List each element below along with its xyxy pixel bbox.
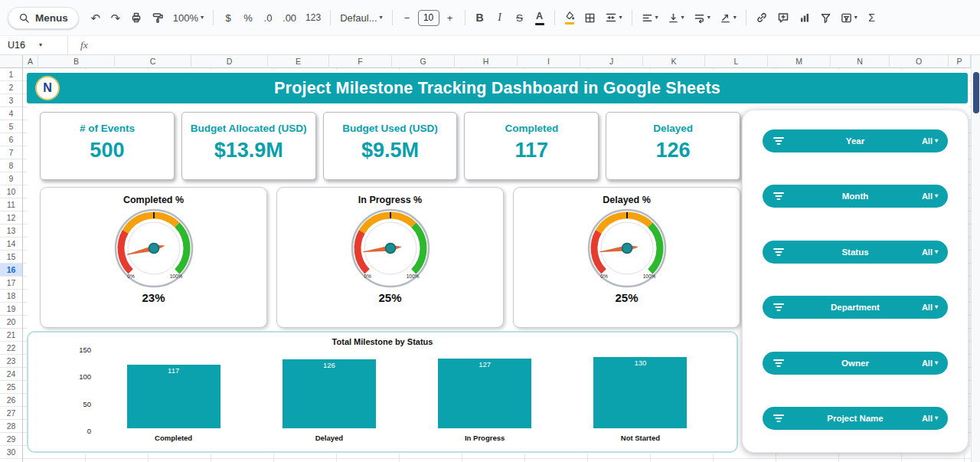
row-header-7[interactable]: 7 bbox=[0, 146, 22, 159]
text-color-button[interactable]: A bbox=[531, 8, 549, 28]
kpi-value: $9.5M bbox=[324, 139, 457, 162]
column-header-L[interactable]: L bbox=[705, 55, 768, 68]
column-header-F[interactable]: F bbox=[329, 55, 392, 68]
zoom-select[interactable]: 100% ▾ bbox=[169, 8, 207, 28]
filter-views-button[interactable]: ▾ bbox=[837, 8, 861, 28]
vertical-align-button[interactable]: ▾ bbox=[664, 8, 688, 28]
bar[interactable]: 127 bbox=[438, 359, 531, 428]
row-header-25[interactable]: 25 bbox=[0, 381, 22, 394]
row-header-26[interactable]: 26 bbox=[0, 394, 22, 407]
row-header-24[interactable]: 24 bbox=[0, 368, 22, 381]
column-header-B[interactable]: B bbox=[38, 55, 115, 68]
format-currency-button[interactable]: $ bbox=[219, 8, 237, 28]
redo-button[interactable]: ↷ bbox=[106, 8, 125, 28]
insert-comment-button[interactable] bbox=[773, 8, 793, 28]
column-header-P[interactable]: P bbox=[949, 55, 971, 68]
column-header-D[interactable]: D bbox=[191, 55, 268, 68]
text-wrap-button[interactable]: ▾ bbox=[690, 8, 714, 28]
increase-decimal-button[interactable]: .00 bbox=[279, 8, 300, 28]
bar[interactable]: 126 bbox=[283, 359, 376, 428]
paint-format-button[interactable] bbox=[148, 8, 168, 28]
text-rotation-button[interactable]: ▾ bbox=[716, 8, 740, 28]
row-header-4[interactable]: 4 bbox=[0, 107, 22, 120]
column-header-N[interactable]: N bbox=[831, 55, 890, 68]
print-button[interactable] bbox=[126, 8, 146, 28]
gauge-chart[interactable]: Delayed % 0% 100% 25% bbox=[513, 187, 740, 328]
row-header-30[interactable]: 30 bbox=[0, 446, 22, 459]
row-header-9[interactable]: 9 bbox=[0, 172, 22, 185]
row-header-29[interactable]: 29 bbox=[0, 433, 22, 446]
row-header-17[interactable]: 17 bbox=[0, 277, 22, 290]
decrease-font-size-button[interactable]: − bbox=[398, 8, 416, 28]
row-header-14[interactable]: 14 bbox=[0, 238, 22, 251]
row-header-3[interactable]: 3 bbox=[0, 94, 22, 107]
name-box[interactable]: U16 ▾ bbox=[0, 36, 67, 54]
filter-slicer[interactable]: Department All ▾ bbox=[763, 296, 948, 319]
bar[interactable]: 117 bbox=[127, 365, 220, 428]
font-size-input[interactable] bbox=[418, 10, 439, 26]
italic-button[interactable]: I bbox=[491, 8, 509, 28]
row-header-8[interactable]: 8 bbox=[0, 159, 22, 172]
row-header-18[interactable]: 18 bbox=[0, 290, 22, 303]
row-header-11[interactable]: 11 bbox=[0, 198, 22, 211]
column-header-K[interactable]: K bbox=[643, 55, 705, 68]
column-header-M[interactable]: M bbox=[768, 55, 831, 68]
row-header-19[interactable]: 19 bbox=[0, 303, 22, 316]
undo-button[interactable]: ↶ bbox=[87, 8, 105, 28]
select-all-corner[interactable] bbox=[0, 55, 23, 68]
column-header-J[interactable]: J bbox=[580, 55, 643, 68]
column-header-O[interactable]: O bbox=[890, 55, 949, 68]
row-header-12[interactable]: 12 bbox=[0, 211, 22, 224]
row-header-5[interactable]: 5 bbox=[0, 120, 22, 133]
insert-link-button[interactable] bbox=[752, 8, 772, 28]
column-header-H[interactable]: H bbox=[455, 55, 518, 68]
menus-button[interactable]: Menus bbox=[8, 7, 79, 29]
merge-cells-button[interactable]: ▾ bbox=[601, 8, 626, 28]
bold-button[interactable]: B bbox=[471, 8, 489, 28]
font-select[interactable]: Defaul... ▾ bbox=[336, 8, 386, 28]
bar[interactable]: 130 bbox=[593, 357, 687, 428]
column-header-I[interactable]: I bbox=[518, 55, 580, 68]
strikethrough-button[interactable]: S bbox=[511, 8, 529, 28]
filter-slicer[interactable]: Month All ▾ bbox=[763, 185, 948, 208]
scrollbar-thumb[interactable] bbox=[973, 72, 979, 113]
row-header-13[interactable]: 13 bbox=[0, 224, 22, 238]
column-header-E[interactable]: E bbox=[268, 55, 329, 68]
row-header-2[interactable]: 2 bbox=[0, 81, 22, 94]
column-header-G[interactable]: G bbox=[392, 55, 455, 68]
dollar-icon: $ bbox=[225, 12, 230, 24]
filter-slicer[interactable]: Year All ▾ bbox=[763, 129, 948, 152]
gauge-chart[interactable]: In Progress % 0% 100% 25% bbox=[276, 187, 504, 328]
functions-button[interactable]: Σ bbox=[863, 8, 881, 28]
row-header-16[interactable]: 16 bbox=[0, 264, 22, 277]
increase-font-size-button[interactable]: + bbox=[441, 8, 459, 28]
column-header-A[interactable]: A bbox=[23, 55, 38, 68]
row-header-22[interactable]: 22 bbox=[0, 342, 22, 355]
create-filter-button[interactable] bbox=[816, 8, 835, 28]
row-header-21[interactable]: 21 bbox=[0, 329, 22, 342]
filter-slicer[interactable]: Project Name All ▾ bbox=[763, 407, 948, 430]
filter-slicer[interactable]: Owner All ▾ bbox=[763, 352, 948, 375]
row-header-10[interactable]: 10 bbox=[0, 185, 22, 198]
decrease-decimal-button[interactable]: .0 bbox=[259, 8, 277, 28]
more-formats-button[interactable]: 123 bbox=[302, 8, 325, 28]
row-header-1[interactable]: 1 bbox=[0, 68, 22, 81]
column-header-C[interactable]: C bbox=[115, 55, 191, 68]
formula-input[interactable] bbox=[99, 36, 980, 54]
text-color-icon: A bbox=[535, 11, 544, 25]
filter-slicer[interactable]: Status All ▾ bbox=[763, 241, 948, 264]
bar-chart[interactable]: Total Milestone by Status 150100500 117 … bbox=[27, 331, 738, 453]
fill-color-button[interactable] bbox=[560, 8, 579, 28]
gauge-chart[interactable]: Completed % 0% 100% 23% bbox=[40, 187, 267, 328]
vertical-scrollbar[interactable] bbox=[971, 55, 980, 462]
row-header-27[interactable]: 27 bbox=[0, 407, 22, 420]
row-header-23[interactable]: 23 bbox=[0, 355, 22, 368]
row-header-20[interactable]: 20 bbox=[0, 316, 22, 329]
borders-button[interactable] bbox=[580, 8, 599, 28]
insert-chart-button[interactable] bbox=[795, 8, 815, 28]
format-percent-button[interactable]: % bbox=[239, 8, 257, 28]
horizontal-align-button[interactable]: ▾ bbox=[638, 8, 662, 28]
row-header-28[interactable]: 28 bbox=[0, 420, 22, 433]
row-header-15[interactable]: 15 bbox=[0, 251, 22, 264]
row-header-6[interactable]: 6 bbox=[0, 133, 22, 146]
